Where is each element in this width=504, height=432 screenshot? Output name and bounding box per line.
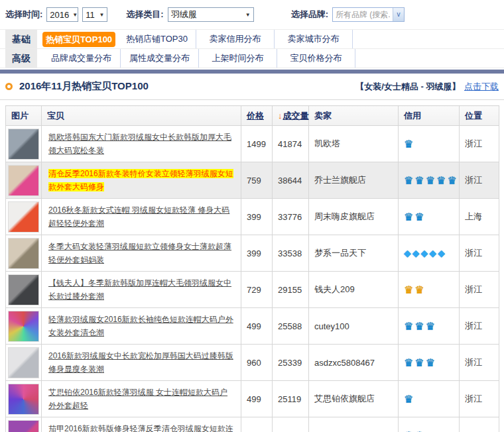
- tab-advanced-1[interactable]: 属性成交量分布: [121, 49, 199, 68]
- header-item: 宝贝: [42, 106, 241, 126]
- product-title-link[interactable]: 轻薄款羽绒服女2016新款长袖纯色短款连帽大码户外女装外套清仓潮: [48, 315, 233, 337]
- location-cell: 上海: [460, 199, 499, 235]
- credit-cell: ♛♛♛: [399, 308, 460, 345]
- seller-cell: 钱夫人209: [309, 272, 399, 308]
- seller-cell: 乔士兰旗舰店: [309, 162, 399, 199]
- blue-crown-icon: ♛: [404, 320, 413, 333]
- location-cell: 浙江: [460, 162, 499, 199]
- tab-advanced-2[interactable]: 上架时间分布: [199, 49, 277, 68]
- blue-crown-icon: ♛: [414, 211, 424, 223]
- table-row: 清仓反季2016新款冬装特价女装立领轻薄羽绒服女短款外套大码修身75938644…: [6, 162, 499, 199]
- brand-search-input[interactable]: [333, 8, 393, 21]
- table-header-row: 图片 宝贝 价格 ↓成交量 卖家 信用 位置: [6, 106, 499, 126]
- tab-basic-3[interactable]: 卖家城市分布: [275, 30, 353, 48]
- blue-crown-icon: ♛: [414, 320, 424, 333]
- blue-crown-icon: ♛: [414, 429, 424, 432]
- sales-cell: 25588: [273, 308, 309, 345]
- tab-basic-1[interactable]: 热销店铺TOP30: [118, 30, 196, 48]
- credit-cell: ♛♛: [399, 417, 460, 432]
- blue-crown-icon: ♛: [404, 429, 413, 432]
- header-price: 价格: [241, 106, 273, 126]
- sales-cell: 33776: [273, 199, 309, 235]
- category-select-value: 羽绒服: [171, 9, 197, 21]
- download-link[interactable]: 点击下载: [464, 81, 499, 91]
- blue-crown-icon: ♛: [404, 356, 413, 369]
- sales-sort-link[interactable]: 成交量: [283, 111, 309, 121]
- credit-cell: ♛: [399, 126, 460, 162]
- section-header-right: 【女装/女士精品 - 羽绒服】 点击下载: [355, 81, 499, 93]
- product-thumbnail[interactable]: [8, 201, 39, 233]
- sales-cell: 41874: [273, 126, 309, 162]
- product-title-link[interactable]: 凯欧塔韩国东大门新款羽绒服女中长款韩版加厚大毛领大码宽松冬装: [48, 133, 231, 155]
- price-sort-link[interactable]: 价格: [247, 111, 264, 121]
- product-title-link[interactable]: 清仓反季2016新款冬装特价女装立领轻薄羽绒服女短款外套大码修身: [48, 169, 233, 191]
- year-select-value: 2016: [50, 10, 69, 20]
- blue-diamond-icon: ◆: [429, 248, 436, 258]
- blue-diamond-icon: ◆: [421, 248, 428, 258]
- product-thumbnail[interactable]: [8, 129, 39, 160]
- table-row: 茄甲2016新款韩版修身轻薄反季清仓羽绒服女短款连帽外套♛♛: [6, 417, 499, 432]
- category-select[interactable]: 羽绒服 ▼: [168, 7, 254, 22]
- tab-advanced-3[interactable]: 宝贝价格分布: [277, 49, 355, 68]
- section-header: 2016年11月热销宝贝TOP100 【女装/女士精品 - 羽绒服】 点击下载: [0, 74, 504, 100]
- credit-cell: ♛: [399, 381, 460, 417]
- table-row: 2016新款羽绒服女中长款宽松加厚韩国大码过膝韩版修身显瘦冬装潮96025339…: [6, 345, 499, 381]
- price-cell: 399: [241, 199, 273, 235]
- tab-basic-0[interactable]: 热销宝贝TOP100: [42, 32, 115, 47]
- sales-cell: 38644: [273, 162, 309, 199]
- product-thumbnail[interactable]: [8, 384, 39, 415]
- price-cell: 1499: [241, 126, 273, 162]
- tab-advanced-0[interactable]: 品牌成交量分布: [42, 49, 121, 68]
- blue-crown-icon: ♛: [414, 356, 424, 369]
- location-cell: 浙江: [460, 126, 499, 162]
- product-thumbnail[interactable]: [8, 347, 39, 378]
- gold-crown-icon: ♛: [414, 284, 424, 296]
- product-title-link[interactable]: 艾思铂依2016新款轻薄羽绒服 女士连帽短款大码户外外套超轻: [48, 388, 227, 410]
- product-title-link[interactable]: 【钱夫人】冬季新款韩版加厚连帽大毛领羽绒服女中长款过膝外套潮: [48, 278, 231, 301]
- table-row: 2016秋冬新款女式连帽 羽绒服女短款轻薄 修身大码超轻轻便外套潮3993377…: [6, 199, 499, 235]
- product-thumbnail[interactable]: [8, 238, 39, 269]
- seller-cell: 凯欧塔: [309, 126, 399, 162]
- product-title-link[interactable]: 冬季大码女装轻薄羽绒服短款立领修身女士薄款超薄轻便外套妈妈装: [48, 242, 231, 264]
- table-row: 【钱夫人】冬季新款韩版加厚连帽大毛领羽绒服女中长款过膝外套潮72929155钱夫…: [6, 272, 499, 308]
- tab-group-basic-label: 基础: [5, 30, 37, 48]
- product-title-link[interactable]: 2016秋冬新款女式连帽 羽绒服女短款轻薄 修身大码超轻轻便外套潮: [48, 205, 229, 228]
- seller-cell: asdzxc5808467: [309, 345, 399, 381]
- month-select-value: 11: [86, 10, 95, 20]
- header-image: 图片: [6, 106, 42, 126]
- tab-basic-2[interactable]: 卖家信用分布: [196, 30, 275, 48]
- price-cell: 759: [241, 162, 273, 199]
- product-thumbnail[interactable]: [8, 420, 39, 432]
- table-row: 冬季大码女装轻薄羽绒服短款立领修身女士薄款超薄轻便外套妈妈装39933538梦系…: [6, 235, 499, 272]
- price-cell: 399: [241, 235, 273, 272]
- month-select[interactable]: 11 ▼: [82, 7, 107, 22]
- table-row: 艾思铂依2016新款轻薄羽绒服 女士连帽短款大码户外外套超轻49925119艾思…: [6, 381, 499, 417]
- sales-cell: 25119: [273, 381, 309, 417]
- blue-diamond-icon: ◆: [404, 248, 411, 258]
- blue-crown-icon: ♛: [404, 211, 413, 223]
- seller-cell: cutey100: [309, 308, 399, 345]
- product-thumbnail[interactable]: [8, 311, 39, 342]
- product-thumbnail[interactable]: [8, 165, 39, 196]
- blue-crown-icon: ♛: [404, 393, 413, 405]
- product-title-link[interactable]: 2016新款羽绒服女中长款宽松加厚韩国大码过膝韩版修身显瘦冬装潮: [48, 351, 233, 374]
- credit-cell: ♛♛♛♛♛: [399, 162, 460, 199]
- brand-filter-label: 选择品牌:: [291, 9, 328, 21]
- blue-crown-icon: ♛: [447, 174, 456, 187]
- location-cell: 浙江: [460, 381, 499, 417]
- credit-cell: ◆◆◆◆◆: [399, 235, 460, 272]
- year-select[interactable]: 2016 ▼: [46, 7, 78, 22]
- product-title-link[interactable]: 茄甲2016新款韩版修身轻薄反季清仓羽绒服女短款连帽外套: [48, 424, 233, 432]
- sales-cell: 29155: [273, 272, 309, 308]
- header-sales: ↓成交量: [273, 106, 309, 126]
- price-cell: 499: [241, 381, 273, 417]
- header-credit: 信用: [399, 106, 460, 126]
- sales-cell: 33538: [273, 235, 309, 272]
- product-thumbnail[interactable]: [8, 274, 39, 305]
- blue-crown-icon: ♛: [436, 174, 446, 187]
- price-cell: [241, 417, 273, 432]
- brand-dropdown-button[interactable]: v: [393, 8, 404, 21]
- header-location: 位置: [460, 106, 499, 126]
- price-cell: 729: [241, 272, 273, 308]
- sales-cell: 25339: [273, 345, 309, 381]
